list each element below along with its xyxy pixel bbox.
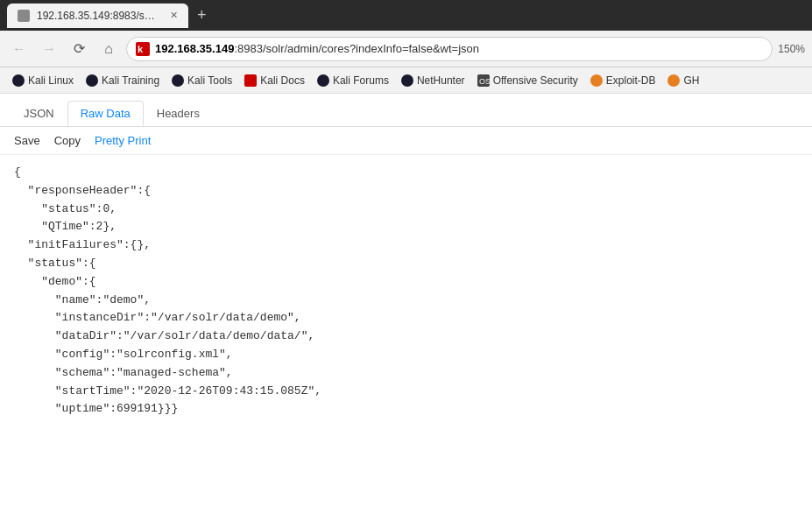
tab-close-button[interactable]: ✕ — [170, 10, 178, 21]
bookmark-offensive-security[interactable]: OS Offensive Security — [472, 73, 583, 88]
address-favicon: k — [136, 42, 150, 56]
kali-docs-icon — [244, 74, 257, 87]
new-tab-button[interactable]: + — [192, 4, 212, 26]
svg-text:k: k — [138, 44, 144, 54]
save-button[interactable]: Save — [11, 132, 44, 149]
offensive-security-icon: OS — [477, 74, 490, 87]
bookmark-kali-docs-label: Kali Docs — [260, 74, 305, 87]
reload-button[interactable]: ⟳ — [67, 37, 91, 61]
pretty-print-button[interactable]: Pretty Print — [91, 132, 154, 149]
tab-title: 192.168.35.149:8983/solr/a — [37, 10, 159, 22]
viewer-tabs: JSON Raw Data Headers — [0, 94, 812, 127]
viewer-toolbar: Save Copy Pretty Print — [0, 127, 812, 155]
bookmarks-bar: Kali Linux Kali Training Kali Tools Kali… — [0, 67, 812, 94]
bookmark-kali-linux-label: Kali Linux — [28, 74, 74, 87]
bookmark-nethunter[interactable]: NetHunter — [396, 73, 470, 88]
gh-icon — [667, 74, 680, 87]
address-bar[interactable]: k 192.168.35.149:8983/solr/admin/cores?i… — [126, 37, 773, 61]
bookmark-exploit-db-label: Exploit-DB — [606, 74, 656, 87]
bookmark-kali-forums[interactable]: Kali Forums — [312, 73, 394, 88]
kali-training-icon — [86, 74, 98, 87]
bookmark-kali-training[interactable]: Kali Training — [81, 73, 165, 88]
bookmark-kali-tools-label: Kali Tools — [187, 74, 232, 87]
title-bar: 192.168.35.149:8983/solr/a ✕ + — [0, 0, 812, 31]
tab-headers[interactable]: Headers — [144, 101, 213, 126]
back-button[interactable]: ← — [7, 37, 32, 61]
tab-bar: 192.168.35.149:8983/solr/a ✕ + — [7, 4, 212, 28]
tab-raw-data[interactable]: Raw Data — [67, 101, 144, 126]
svg-text:OS: OS — [479, 77, 490, 86]
exploit-db-icon — [590, 74, 603, 87]
address-host: 192.168.35.149 — [155, 42, 234, 55]
nav-bar: ← → ⟳ ⌂ k 192.168.35.149:8983/solr/admin… — [0, 31, 812, 67]
bookmark-kali-training-label: Kali Training — [102, 74, 159, 87]
bookmark-gh-label: GH — [683, 74, 699, 87]
browser-tab-active[interactable]: 192.168.35.149:8983/solr/a ✕ — [7, 4, 188, 28]
bookmark-kali-linux[interactable]: Kali Linux — [7, 73, 79, 88]
copy-button[interactable]: Copy — [51, 132, 84, 149]
kali-forums-icon — [317, 74, 329, 87]
bookmark-exploit-db[interactable]: Exploit-DB — [585, 73, 661, 88]
address-path: :8983/solr/admin/cores?indexInfo=false&w… — [234, 42, 479, 55]
home-button[interactable]: ⌂ — [96, 37, 121, 61]
kali-linux-icon — [12, 74, 25, 87]
bookmark-offensive-security-label: Offensive Security — [493, 74, 578, 87]
tab-favicon — [18, 10, 30, 22]
bookmark-kali-docs[interactable]: Kali Docs — [239, 73, 310, 88]
nethunter-icon — [401, 74, 413, 87]
main-layout: JSON Raw Data Headers Save Copy Pretty P… — [0, 94, 812, 514]
forward-button[interactable]: → — [37, 37, 61, 61]
address-text: 192.168.35.149:8983/solr/admin/cores?ind… — [155, 42, 479, 55]
bookmark-nethunter-label: NetHunter — [417, 74, 465, 87]
tab-json[interactable]: JSON — [11, 101, 67, 126]
bookmark-gh[interactable]: GH — [662, 73, 704, 88]
json-content[interactable]: { "responseHeader":{ "status":0, "QTime"… — [0, 155, 812, 514]
bookmark-kali-tools[interactable]: Kali Tools — [166, 73, 237, 88]
kali-tools-icon — [172, 74, 184, 87]
zoom-level: 150% — [778, 43, 805, 55]
bookmark-kali-forums-label: Kali Forums — [333, 74, 389, 87]
